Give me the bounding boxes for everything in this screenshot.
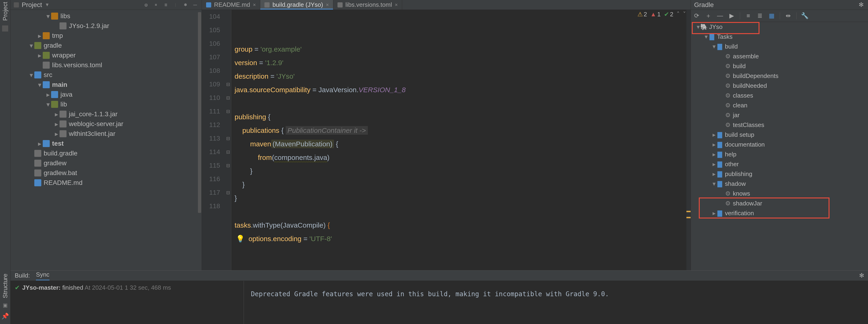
tree-row[interactable]: ▸test	[10, 139, 202, 148]
editor-tab[interactable]: README.md×	[202, 0, 260, 9]
gradle-shadow-group[interactable]: ▾▇shadow	[691, 179, 868, 188]
build-settings-icon[interactable]: ✻	[858, 272, 865, 279]
gradle-root[interactable]: ▾🐘JYso	[691, 22, 868, 32]
fold-strip[interactable]: ⊟⊟⊟⊟⊟⊟⊟	[225, 10, 231, 314]
build-output[interactable]: Deprecated Gradle features were used in …	[244, 281, 868, 324]
settings-icon[interactable]: ✻	[182, 2, 189, 8]
gradle-task[interactable]: ⚙build	[691, 61, 868, 71]
code-line[interactable]: group = 'org.example'	[235, 42, 691, 56]
code-area[interactable]: ⚠2 ▲1 ✔2 ˄ ˅ group = 'org.example'versio…	[231, 10, 691, 314]
tree-row[interactable]: libs.versions.toml	[10, 60, 202, 70]
gradle-add-icon[interactable]: ＋	[705, 12, 712, 19]
line-number[interactable]: 104	[202, 10, 225, 23]
gutter[interactable]: 1041051061071081091101111121131141151161…	[202, 10, 225, 314]
gradle-group[interactable]: ▸▇documentation	[691, 140, 868, 149]
hide-icon[interactable]: ▣	[3, 302, 8, 308]
tree-row[interactable]: build.gradle	[10, 148, 202, 158]
editor-tab[interactable]: libs.versions.toml×	[333, 0, 402, 9]
gradle-offline-icon[interactable]: ⇹	[785, 12, 792, 19]
gradle-remove-icon[interactable]: —	[716, 12, 723, 19]
close-icon[interactable]: ×	[395, 2, 398, 8]
line-number[interactable]: 112	[202, 118, 225, 131]
line-number[interactable]: 105	[202, 23, 225, 37]
code-line[interactable]: tasks.withType(JavaCompile) {	[235, 218, 691, 232]
collapse-all-icon[interactable]: ≣	[162, 2, 169, 8]
line-number[interactable]: 111	[202, 105, 225, 118]
inspections-widget[interactable]: ⚠2 ▲1 ✔2 ˄ ˅	[638, 11, 686, 18]
tree-row[interactable]: README.md	[10, 178, 202, 188]
editor-tab[interactable]: build.gradle (JYso)×	[260, 0, 333, 9]
gradle-group[interactable]: ▸▇publishing	[691, 169, 868, 179]
code-line[interactable]: publishing {	[235, 110, 691, 124]
tree-scrollbar[interactable]	[198, 12, 201, 213]
line-number[interactable]: 117	[202, 186, 225, 199]
hide-panel-icon[interactable]: —	[192, 2, 198, 8]
line-number[interactable]: 106	[202, 37, 225, 51]
gradle-run-icon[interactable]: ▶	[728, 12, 735, 19]
gradle-expand-icon[interactable]: ≡	[745, 12, 752, 19]
tree-row[interactable]: ▸wlthint3client.jar	[10, 129, 202, 139]
code-line[interactable]: maven(MavenPublication) {	[235, 137, 691, 151]
line-number[interactable]: 107	[202, 51, 225, 64]
tree-row[interactable]: ▾main	[10, 80, 202, 90]
tree-row[interactable]: ▾libs	[10, 11, 202, 21]
line-number[interactable]: 109	[202, 78, 225, 91]
line-number[interactable]: 110	[202, 91, 225, 105]
close-icon[interactable]: ×	[253, 2, 256, 8]
chevron-down-icon[interactable]: ˅	[683, 11, 686, 18]
build-status-tree[interactable]: ✔ JYso-master: finished At 2024-05-01 1 …	[10, 281, 244, 324]
gradle-tasks[interactable]: ▾▇Tasks	[691, 32, 868, 41]
gradle-collapse-icon[interactable]: ≣	[756, 12, 764, 19]
chevron-up-icon[interactable]: ˄	[677, 11, 680, 18]
pin-icon[interactable]: 📌	[1, 313, 9, 320]
gradle-task[interactable]: ⚙assemble	[691, 51, 868, 61]
code-line[interactable]	[235, 205, 691, 218]
structure-tool-label[interactable]: Structure	[2, 273, 9, 298]
tree-row[interactable]: ▾gradle	[10, 40, 202, 51]
code-line[interactable]: from(components.java)	[235, 151, 691, 164]
gradle-group[interactable]: ▸▇build setup	[691, 130, 868, 140]
line-number[interactable]: 116	[202, 172, 225, 186]
tree-row[interactable]: ▾src	[10, 70, 202, 80]
code-line[interactable]: version = '1.2.9'	[235, 56, 691, 69]
code-line[interactable]: java.sourceCompatibility = JavaVersion.V…	[235, 83, 691, 97]
gradle-group[interactable]: ▸▇other	[691, 159, 868, 169]
gradle-task[interactable]: ⚙clean	[691, 100, 868, 110]
error-stripe[interactable]	[686, 10, 691, 314]
build-sync-tab[interactable]: Sync	[36, 271, 50, 281]
tree-row[interactable]: ▸tmp	[10, 31, 202, 40]
gradle-task[interactable]: ⚙knows	[691, 188, 868, 199]
gradle-task[interactable]: ⚙buildDependents	[691, 71, 868, 81]
code-line[interactable]: publications { PublicationContainer it -…	[235, 124, 691, 137]
tree-row[interactable]: ▾lib	[10, 99, 202, 109]
gradle-tasks-icon[interactable]: ▦	[768, 12, 775, 19]
code-line[interactable]: }	[235, 178, 691, 192]
code-line[interactable]: }	[235, 164, 691, 178]
gradle-refresh-icon[interactable]: ⟳	[693, 12, 700, 19]
line-number[interactable]: 108	[202, 64, 225, 78]
project-tree[interactable]: ▾libsJYso-1.2.9.jar▸tmp▾gradle▸wrapperli…	[10, 10, 202, 300]
tree-row[interactable]: gradlew	[10, 158, 202, 168]
tree-row[interactable]: gradlew.bat	[10, 168, 202, 178]
gradle-task[interactable]: ⚙classes	[691, 91, 868, 100]
project-panel-title[interactable]: Project ▼	[14, 1, 50, 9]
tree-row[interactable]: ▸weblogic-server.jar	[10, 119, 202, 129]
locate-icon[interactable]: ◎	[143, 2, 149, 8]
tree-row[interactable]: ▸wrapper	[10, 51, 202, 60]
code-line[interactable]: description = 'JYso'	[235, 69, 691, 83]
code-line[interactable]	[235, 97, 691, 110]
gradle-wrench-icon[interactable]: 🔧	[801, 12, 808, 19]
code-line[interactable]: 💡 options.encoding = 'UTF-8'	[235, 232, 691, 245]
gradle-task[interactable]: ⚙buildNeeded	[691, 81, 868, 91]
expand-all-icon[interactable]: ≡	[153, 2, 159, 8]
tree-row[interactable]: ▸java	[10, 90, 202, 99]
gradle-group[interactable]: ▸▇verification	[691, 208, 868, 218]
line-number[interactable]: 118	[202, 199, 225, 213]
gradle-build-group[interactable]: ▾▇build	[691, 41, 868, 51]
project-tool-label[interactable]: Project	[2, 2, 9, 21]
tree-row[interactable]: ▸jai_core-1.1.3.jar	[10, 109, 202, 119]
gradle-task[interactable]: ⚙shadowJar	[691, 199, 868, 208]
gradle-group[interactable]: ▸▇help	[691, 149, 868, 159]
gradle-task[interactable]: ⚙jar	[691, 110, 868, 120]
editor-body[interactable]: 1041051061071081091101111121131141151161…	[202, 10, 691, 314]
